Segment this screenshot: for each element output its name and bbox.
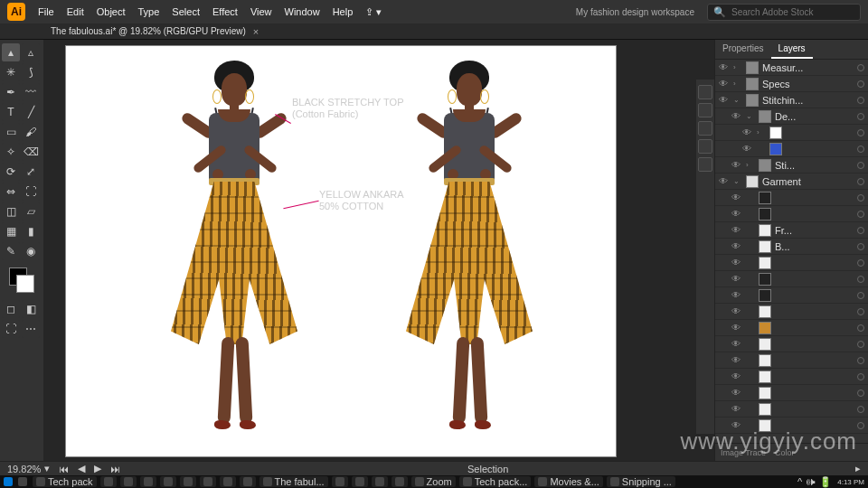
layer-row[interactable]: 👁›Specs (715, 76, 868, 92)
rectangle-tool[interactable]: ▭ (2, 123, 20, 141)
target-icon[interactable] (857, 145, 864, 153)
layer-row[interactable]: 👁 (715, 141, 868, 157)
shaper-tool[interactable]: ✧ (2, 143, 20, 161)
tray-icons[interactable]: ^🕪🔋 (797, 476, 832, 488)
taskbar-item[interactable] (160, 476, 176, 487)
visibility-icon[interactable]: 👁 (719, 95, 730, 106)
taskbar-item[interactable]: Tech pack (33, 476, 97, 487)
visibility-icon[interactable]: 👁 (731, 225, 742, 236)
target-icon[interactable] (857, 211, 864, 218)
visibility-icon[interactable]: 👁 (742, 144, 753, 155)
direct-selection-tool[interactable]: ▵ (22, 43, 40, 61)
target-icon[interactable] (857, 162, 864, 169)
panel-button[interactable] (698, 103, 712, 117)
target-icon[interactable] (857, 178, 864, 185)
gradient-tool[interactable]: ▮ (22, 222, 40, 240)
twirl-icon[interactable]: › (733, 80, 742, 88)
zoom-level[interactable]: 19.82% ▾ (7, 463, 50, 474)
taskbar-item[interactable] (140, 476, 156, 487)
target-icon[interactable] (857, 227, 864, 234)
annotation-top[interactable]: BLACK STRETCHY TOP(Cotton Fabric) (292, 97, 403, 119)
visibility-icon[interactable]: 👁 (731, 258, 742, 268)
line-tool[interactable]: ╱ (22, 103, 40, 121)
fashion-figure-back[interactable] (392, 61, 572, 449)
close-tab-icon[interactable]: × (253, 26, 259, 37)
layer-row[interactable]: 👁 (715, 352, 868, 369)
layer-row[interactable]: 👁 (715, 190, 868, 206)
layer-row[interactable]: 👁 (715, 385, 868, 401)
taskbar-item[interactable] (200, 476, 216, 487)
tab-properties[interactable]: Properties (715, 40, 771, 59)
target-icon[interactable] (857, 357, 864, 364)
menu-view[interactable]: View (250, 6, 272, 17)
task-view-icon[interactable] (18, 477, 27, 486)
target-icon[interactable] (857, 324, 864, 332)
document-tab[interactable]: The fabulous.ai* @ 19.82% (RGB/GPU Previ… (51, 26, 246, 36)
visibility-icon[interactable]: 👁 (742, 127, 753, 138)
taskbar-item[interactable] (332, 476, 348, 487)
taskbar-item[interactable]: The fabul... (259, 476, 328, 487)
taskbar-item[interactable] (352, 476, 368, 487)
target-icon[interactable] (857, 113, 864, 120)
visibility-icon[interactable]: 👁 (731, 371, 742, 382)
layer-row[interactable]: 👁⌄Garment (715, 174, 868, 190)
twirl-icon[interactable]: ⌄ (746, 112, 755, 120)
visibility-icon[interactable]: 👁 (731, 160, 742, 171)
layer-row[interactable]: 👁Fr... (715, 222, 868, 239)
visibility-icon[interactable]: 👁 (731, 388, 742, 399)
twirl-icon[interactable]: › (733, 63, 742, 71)
target-icon[interactable] (857, 276, 864, 283)
twirl-icon[interactable]: › (757, 128, 766, 136)
visibility-icon[interactable]: 👁 (719, 79, 730, 89)
layers-list[interactable]: 👁›Measur...👁›Specs👁⌄Stitchin...👁⌄De...👁›… (715, 60, 868, 443)
menu-help[interactable]: Help (333, 6, 354, 17)
taskbar-item[interactable]: Snipping ... (607, 476, 675, 487)
mesh-tool[interactable]: ▦ (2, 222, 20, 240)
target-icon[interactable] (857, 64, 864, 71)
edit-toolbar[interactable]: ⋯ (22, 320, 40, 338)
layer-row[interactable]: 👁 (715, 271, 868, 287)
paintbrush-tool[interactable]: 🖌 (22, 123, 40, 141)
taskbar-item[interactable] (220, 476, 236, 487)
layer-row[interactable]: 👁 (715, 401, 868, 418)
target-icon[interactable] (857, 292, 864, 299)
layer-row[interactable]: 👁›Sti... (715, 157, 868, 174)
taskbar-item[interactable]: Tech pack... (459, 476, 532, 487)
stroke-color-icon[interactable] (16, 275, 34, 293)
type-tool[interactable]: T (2, 103, 20, 121)
taskbar-clock[interactable]: 4:13 PM (837, 478, 864, 486)
layer-row[interactable]: 👁B... (715, 239, 868, 255)
layer-row[interactable]: 👁 (715, 287, 868, 304)
panel-button[interactable] (698, 121, 712, 136)
nav-next-icon[interactable]: ▶ (94, 463, 101, 474)
twirl-icon[interactable]: ⌄ (733, 177, 742, 185)
target-icon[interactable] (857, 422, 864, 429)
target-icon[interactable] (857, 373, 864, 380)
layer-row[interactable]: 👁 (715, 255, 868, 271)
visibility-icon[interactable]: 👁 (731, 404, 742, 415)
menu-effect[interactable]: Effect (212, 6, 238, 17)
target-icon[interactable] (857, 243, 864, 250)
visibility-icon[interactable]: 👁 (731, 241, 742, 252)
twirl-icon[interactable]: ⌄ (733, 96, 742, 104)
visibility-icon[interactable]: 👁 (731, 339, 742, 350)
taskbar-item[interactable]: Movies &... (534, 476, 602, 487)
workspace-switcher[interactable]: My fashion design workspace (576, 7, 694, 17)
perspective-tool[interactable]: ▱ (22, 202, 40, 221)
visibility-icon[interactable]: 👁 (731, 355, 742, 366)
target-icon[interactable] (857, 308, 864, 315)
menu-window[interactable]: Window (285, 6, 320, 17)
twirl-icon[interactable]: › (746, 161, 755, 169)
target-icon[interactable] (857, 97, 864, 104)
taskbar-item[interactable] (392, 476, 408, 487)
stock-search[interactable]: 🔍 (707, 4, 861, 21)
taskbar-item[interactable] (120, 476, 137, 487)
nav-first-icon[interactable]: ⏮ (59, 464, 69, 474)
layer-row[interactable]: 👁 (715, 336, 868, 352)
taskbar-item[interactable] (372, 476, 388, 487)
taskbar-item[interactable] (100, 476, 117, 487)
target-icon[interactable] (857, 194, 864, 202)
tab-layers[interactable]: Layers (771, 40, 813, 59)
layer-row[interactable]: 👁 (715, 206, 868, 222)
panel-button[interactable] (698, 85, 712, 99)
